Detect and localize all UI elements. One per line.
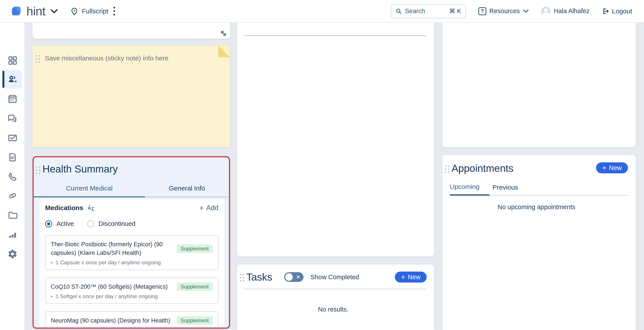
phone-icon bbox=[8, 171, 18, 181]
appointments-tabs: Upcoming Previous bbox=[450, 183, 628, 196]
sidebar-item-phone[interactable] bbox=[0, 167, 25, 186]
medication-name: Ther-Biotic Postbiotic (formerly Epicor)… bbox=[51, 240, 173, 257]
location-pin-icon bbox=[70, 6, 78, 16]
tab-previous[interactable]: Previous bbox=[492, 184, 518, 195]
tasks-empty-state: No results. bbox=[240, 306, 427, 313]
widget-card-partial bbox=[442, 23, 636, 147]
patients-icon bbox=[8, 74, 18, 84]
envelope-check-icon bbox=[8, 133, 18, 143]
logout-label: Logout bbox=[612, 7, 632, 15]
sidebar-active-bar bbox=[2, 71, 4, 88]
appointments-widget: Appointments + New Upcoming Previous No … bbox=[442, 155, 636, 330]
resources-menu[interactable]: ? Resources bbox=[478, 7, 529, 15]
sidebar-item-messages[interactable] bbox=[0, 109, 25, 128]
radio-discontinued[interactable]: Discontinued bbox=[87, 220, 136, 227]
radio-selected-icon bbox=[45, 220, 52, 227]
sidebar-item-medications[interactable] bbox=[0, 186, 25, 205]
sidebar-item-settings[interactable] bbox=[0, 245, 25, 264]
tasks-title: Tasks bbox=[246, 271, 272, 283]
radio-active[interactable]: Active bbox=[45, 220, 74, 227]
sort-az-icon[interactable]: A Z bbox=[87, 204, 96, 212]
drag-handle-icon[interactable] bbox=[445, 162, 449, 173]
svg-text:Z: Z bbox=[91, 206, 94, 211]
calendar-icon bbox=[8, 94, 18, 104]
medication-list: Ther-Biotic Postbiotic (formerly Epicor)… bbox=[45, 235, 218, 326]
resources-label: Resources bbox=[490, 7, 520, 15]
new-task-button[interactable]: + New bbox=[395, 272, 427, 283]
health-summary-tabs: Current Medical General Info bbox=[34, 185, 229, 197]
plus-icon: + bbox=[602, 164, 606, 171]
pill-icon bbox=[8, 191, 18, 201]
dashboard-icon bbox=[8, 55, 18, 65]
plus-icon: + bbox=[199, 204, 204, 212]
chevron-down-icon[interactable] bbox=[50, 9, 58, 13]
sidebar-item-mail[interactable] bbox=[0, 129, 25, 147]
sidebar-item-patients[interactable] bbox=[0, 70, 25, 89]
new-appointment-button[interactable]: + New bbox=[596, 162, 628, 173]
search-shortcut: ⌘ K bbox=[449, 7, 461, 15]
widget-card-partial bbox=[32, 23, 230, 39]
svg-text:A: A bbox=[88, 206, 91, 211]
chat-icon bbox=[8, 114, 18, 124]
radio-active-label: Active bbox=[56, 220, 74, 227]
user-menu[interactable]: Hala Alhafez bbox=[541, 6, 590, 16]
logout-button[interactable]: Logout bbox=[602, 7, 632, 15]
medication-card[interactable]: Ther-Biotic Postbiotic (formerly Epicor)… bbox=[45, 235, 218, 270]
location-label: Fullscript bbox=[82, 7, 108, 15]
radio-discontinued-label: Discontinued bbox=[98, 220, 136, 227]
toggle-knob bbox=[285, 273, 293, 281]
medication-filter: Active Discontinued bbox=[45, 220, 218, 227]
supplement-badge: Supplement bbox=[176, 244, 213, 253]
show-completed-toggle[interactable]: ✕ bbox=[284, 272, 304, 282]
help-icon: ? bbox=[478, 7, 486, 15]
new-task-label: New bbox=[408, 274, 420, 281]
drag-handle-icon[interactable] bbox=[240, 273, 244, 282]
appointments-empty-state: No upcoming appointments bbox=[445, 203, 628, 211]
medications-panel: Medications A Z + Add Active Discontinue… bbox=[39, 200, 224, 326]
divider bbox=[244, 289, 427, 289]
bullet-icon: • bbox=[51, 260, 52, 266]
show-completed-label: Show Completed bbox=[310, 274, 359, 281]
health-summary-title: Health Summary bbox=[42, 163, 118, 175]
sidebar-nav bbox=[0, 23, 25, 330]
sidebar-item-dashboard[interactable] bbox=[0, 51, 25, 70]
kebab-menu-icon[interactable] bbox=[112, 5, 116, 17]
sticky-note-text[interactable]: Save miscellaneous (sticky note) info he… bbox=[45, 54, 168, 62]
add-label: Add bbox=[206, 204, 218, 212]
tasks-widget: Tasks ✕ Show Completed + New No results. bbox=[237, 265, 434, 330]
gear-icon bbox=[8, 249, 18, 259]
bullet-icon: • bbox=[51, 294, 52, 300]
drag-handle-icon[interactable] bbox=[36, 163, 40, 174]
medication-dose: 1 Capsule x once per day / anytime ongoi… bbox=[56, 260, 162, 266]
tab-general-info[interactable]: General Info bbox=[145, 185, 229, 197]
medication-card[interactable]: NeuroMag (90 capsules) (Designs for Heal… bbox=[45, 311, 218, 326]
location-selector[interactable]: Fullscript bbox=[70, 6, 108, 16]
chevron-down-icon bbox=[523, 9, 529, 13]
medication-name: NeuroMag (90 capsules) (Designs for Heal… bbox=[51, 316, 173, 325]
topbar-right: ⌘ K ? Resources Hala Alhafez Logout bbox=[391, 4, 632, 18]
medication-dose: 1 Softgel x once per day / anytime ongoi… bbox=[56, 293, 159, 300]
user-name: Hala Alhafez bbox=[554, 7, 590, 15]
sidebar-item-reports[interactable] bbox=[0, 225, 25, 244]
bar-chart-icon bbox=[8, 230, 18, 240]
resize-handle-icon[interactable] bbox=[219, 29, 228, 38]
search-box[interactable]: ⌘ K bbox=[391, 4, 466, 18]
divider bbox=[244, 35, 426, 36]
avatar bbox=[541, 6, 550, 16]
appointments-title: Appointments bbox=[452, 162, 513, 174]
sidebar-item-files[interactable] bbox=[0, 206, 25, 225]
toggle-x-icon: ✕ bbox=[296, 273, 300, 281]
sidebar-item-calendar[interactable] bbox=[0, 89, 25, 108]
tab-upcoming[interactable]: Upcoming bbox=[450, 183, 490, 196]
brand-wordmark: hint bbox=[26, 4, 45, 18]
sidebar-item-documents[interactable] bbox=[0, 148, 25, 167]
drag-handle-icon[interactable] bbox=[36, 54, 40, 63]
add-medication-button[interactable]: + Add bbox=[199, 204, 218, 212]
tab-current-medical[interactable]: Current Medical bbox=[34, 185, 145, 197]
medication-card[interactable]: CoQ10 ST-200™ (60 Softgels) (Metagenics)… bbox=[45, 278, 218, 304]
search-input[interactable] bbox=[405, 7, 440, 15]
new-appointment-label: New bbox=[609, 164, 622, 172]
brand-menu[interactable]: hint bbox=[10, 4, 58, 18]
sticky-note-widget[interactable]: Save miscellaneous (sticky note) info he… bbox=[32, 45, 230, 147]
widget-card-partial bbox=[237, 23, 434, 256]
